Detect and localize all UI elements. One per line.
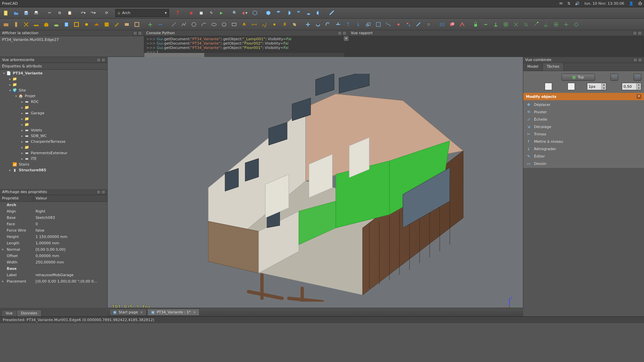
draft-upgrade-button[interactable]: ↑ bbox=[343, 20, 353, 29]
print-button[interactable] bbox=[32, 8, 41, 18]
task-trimex[interactable]: ✂Trimex bbox=[523, 130, 644, 138]
panel-float-icon[interactable] bbox=[338, 31, 342, 35]
task-level[interactable]: ↑Mettre à niveau bbox=[523, 138, 644, 145]
property-row[interactable]: Placement[(0,00 0,00 1,00);0,00 °;(0,00 … bbox=[0, 278, 107, 285]
draft-dimension-button[interactable] bbox=[250, 20, 259, 29]
snap-perpendicular-button[interactable] bbox=[491, 20, 500, 29]
fontsize-spin[interactable]: ▴▾ bbox=[622, 83, 641, 90]
draft-ellipse-button[interactable] bbox=[209, 20, 219, 29]
arch-space-button[interactable] bbox=[102, 20, 111, 29]
macro-edit-button[interactable]: ✎ bbox=[207, 8, 216, 18]
fontsize-value[interactable] bbox=[622, 84, 636, 89]
draft-point-button[interactable] bbox=[270, 20, 279, 29]
draft-rectangle-button[interactable] bbox=[229, 20, 239, 29]
view-iso-button[interactable] bbox=[250, 8, 260, 18]
arch-frame-button[interactable] bbox=[132, 20, 142, 29]
draft-polygon-button[interactable] bbox=[219, 20, 229, 29]
tree-item[interactable]: ▸▬SDB_WC bbox=[0, 133, 107, 139]
user-icon[interactable]: 👤 bbox=[629, 1, 634, 6]
snap-center-button[interactable] bbox=[551, 20, 561, 29]
draft-delpoint-button[interactable] bbox=[404, 20, 413, 29]
tab-view[interactable]: Vue bbox=[1, 310, 17, 316]
doc-tab[interactable]: ▣Start page× bbox=[109, 309, 147, 316]
tree-item[interactable]: ▸📁 bbox=[0, 76, 107, 82]
open-button[interactable] bbox=[11, 8, 21, 18]
panel-float-icon[interactable] bbox=[633, 58, 637, 62]
draft-line-button[interactable] bbox=[169, 20, 178, 29]
view-front-button[interactable] bbox=[264, 8, 273, 18]
property-table[interactable]: PropriétéValeur Arch AlignRightBaseSketc… bbox=[0, 195, 107, 308]
face-color-swatch[interactable] bbox=[568, 83, 575, 90]
panel-close-icon[interactable] bbox=[101, 58, 105, 62]
volume-icon[interactable]: 🔊 bbox=[575, 1, 580, 6]
property-row[interactable]: BaseSketch083 bbox=[0, 215, 107, 221]
tree-item[interactable]: ▸▬ParementsExterieur bbox=[0, 150, 107, 156]
task-move[interactable]: ✥Déplacer bbox=[523, 101, 644, 108]
panel-close-icon[interactable] bbox=[138, 31, 142, 35]
arch-wall-button[interactable] bbox=[1, 20, 11, 29]
tree-item[interactable]: ▸▬Volets bbox=[0, 127, 107, 133]
draft-scale-button[interactable] bbox=[364, 20, 373, 29]
construction-toggle[interactable]: ✎ bbox=[610, 74, 618, 81]
property-row[interactable]: Normal[0,00 0,00 0,00] bbox=[0, 246, 107, 253]
tree-item[interactable]: ▸▬RDC bbox=[0, 99, 107, 105]
task-collapse-icon[interactable]: ✕ bbox=[637, 94, 641, 99]
tree-item[interactable]: ▾🏠Projet bbox=[0, 93, 107, 99]
tree-item[interactable]: ▾📄PT34_Variante bbox=[0, 70, 107, 76]
panel-close-icon[interactable] bbox=[638, 31, 642, 35]
scrollbar-horizontal[interactable] bbox=[144, 53, 344, 57]
arch-rebar-button[interactable] bbox=[21, 20, 31, 29]
tree-item[interactable]: ▸📁 bbox=[0, 116, 107, 122]
3d-viewport[interactable]: 191.9/5.2 fps z y x bbox=[107, 57, 523, 316]
tab-model[interactable]: Model bbox=[523, 63, 542, 71]
cut-button[interactable]: ✂ bbox=[45, 8, 54, 18]
tree-item[interactable]: ▸📁 bbox=[0, 122, 107, 127]
draft-arc-button[interactable] bbox=[199, 20, 209, 29]
wp-top-button[interactable]: ▦Top bbox=[561, 74, 595, 81]
property-row[interactable]: Force Wirefalse bbox=[0, 227, 107, 234]
draft-draft2sketch-button[interactable] bbox=[424, 20, 433, 29]
tree-item[interactable]: 📶Stairs bbox=[0, 162, 107, 167]
tree-item[interactable]: ▸▬CharpenteTerrasse bbox=[0, 139, 107, 144]
arch-window-button[interactable] bbox=[62, 20, 71, 29]
workbench-selector[interactable]: ⌂ Arch ▾ bbox=[115, 9, 169, 17]
snap-intersection-button[interactable] bbox=[511, 20, 521, 29]
draft-bspline-button[interactable] bbox=[260, 20, 269, 29]
property-row[interactable]: LabelrehausseMobGarage bbox=[0, 272, 107, 278]
tree-view[interactable]: ▾📄PT34_Variante▸📁▸📁▾🌍Site▾🏠Projet▸▬RDC▸📁… bbox=[0, 70, 107, 189]
panel-close-icon[interactable] bbox=[101, 190, 105, 194]
tree-item[interactable]: ▸📁 bbox=[0, 144, 107, 150]
macro-run-button[interactable]: ▶ bbox=[217, 8, 226, 18]
draft-edit-button[interactable] bbox=[374, 20, 383, 29]
close-icon[interactable]: × bbox=[193, 310, 196, 314]
view-top-button[interactable] bbox=[274, 8, 283, 18]
arch-add-button[interactable]: + bbox=[146, 20, 155, 29]
linewidth-value[interactable] bbox=[587, 84, 601, 89]
snap-ortho-button[interactable] bbox=[561, 20, 571, 29]
task-scale[interactable]: ⤢Échelle bbox=[523, 116, 644, 123]
property-row[interactable]: Face0 bbox=[0, 221, 107, 227]
continue-toggle[interactable]: ↻ bbox=[634, 74, 641, 81]
scroll-up-icon[interactable]: ▴ bbox=[344, 36, 348, 41]
draft-addpoint-button[interactable] bbox=[394, 20, 403, 29]
mail-icon[interactable]: ✉ bbox=[559, 1, 562, 6]
draft-trimex-button[interactable] bbox=[333, 20, 343, 29]
tab-tasks[interactable]: Tâches bbox=[542, 63, 564, 71]
tree-item[interactable]: ▸▬ITE bbox=[0, 156, 107, 162]
arch-structure-button[interactable] bbox=[11, 20, 21, 29]
view-right-button[interactable] bbox=[284, 8, 293, 18]
save-button[interactable] bbox=[21, 8, 31, 18]
task-header[interactable]: Modify objects ✕ bbox=[523, 93, 644, 100]
task-drawing[interactable]: ▭Dessin bbox=[523, 160, 644, 167]
property-row[interactable]: Offset0,00000 mm bbox=[0, 253, 107, 259]
snap-angle-button[interactable] bbox=[541, 20, 551, 29]
draft-text-button[interactable]: A bbox=[239, 20, 249, 29]
drawstyle-button[interactable]: ◐▾ bbox=[240, 8, 250, 18]
task-downgrade[interactable]: ↓Rétrograder bbox=[523, 145, 644, 153]
draft-shape2dview-button[interactable] bbox=[414, 20, 423, 29]
snap-parallel-button[interactable] bbox=[521, 20, 531, 29]
view-rear-button[interactable] bbox=[294, 8, 303, 18]
doc-tab[interactable]: ▣PT34_Variante : 1*× bbox=[147, 309, 199, 316]
draft-wire-button[interactable] bbox=[179, 20, 189, 29]
line-color-swatch[interactable] bbox=[545, 83, 552, 90]
